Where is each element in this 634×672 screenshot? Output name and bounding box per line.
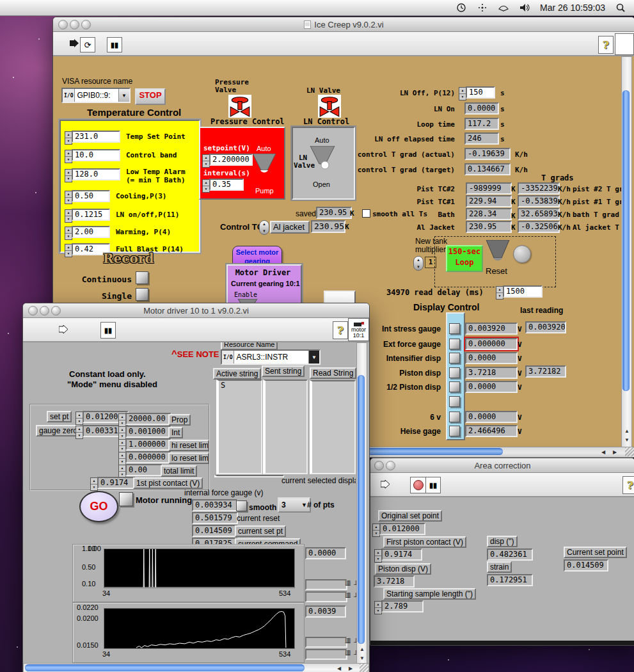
low-temp-alarm-field[interactable]: 128.0 <box>72 168 120 180</box>
current-selected-field[interactable] <box>214 475 284 477</box>
minimize-button[interactable] <box>70 20 79 29</box>
close-button[interactable] <box>58 20 68 29</box>
display-toggle[interactable] <box>449 323 460 334</box>
run-icon[interactable] <box>59 325 69 333</box>
scrollbar-thumb[interactable] <box>25 664 305 671</box>
minimize-button[interactable] <box>386 461 395 470</box>
go-button[interactable]: GO <box>79 491 118 522</box>
scroll-down-icon[interactable]: ▼ <box>624 436 630 444</box>
vi-icon[interactable]: motor10:1 <box>348 318 369 341</box>
loop-led[interactable] <box>513 245 531 263</box>
control-band-field[interactable]: 10.0 <box>72 149 120 161</box>
zoom-button[interactable] <box>81 20 91 29</box>
resize-grip[interactable] <box>360 664 369 672</box>
original-set-point-field[interactable]: 0.012000 <box>379 523 425 535</box>
scrollbar-thumb[interactable] <box>622 90 630 391</box>
graph1-palette-icon[interactable]: ▥ <box>345 579 351 586</box>
close-button[interactable] <box>374 461 384 470</box>
continuous-record-button[interactable] <box>136 271 148 284</box>
abort-button[interactable] <box>410 477 427 493</box>
scroll-down-icon[interactable]: ▼ <box>360 654 365 662</box>
pts-dropdown[interactable]: 3▼ <box>278 497 311 513</box>
reset-knob[interactable] <box>484 240 511 266</box>
ln-off-field[interactable]: 150 <box>466 86 495 99</box>
temp-set-point-field[interactable]: 231.0 <box>72 131 120 143</box>
display-toggle[interactable] <box>449 396 460 407</box>
sent-string-box[interactable] <box>263 380 308 474</box>
time-machine-icon[interactable] <box>456 3 467 13</box>
display-toggle[interactable] <box>449 381 460 392</box>
run-icon[interactable] <box>70 39 80 47</box>
help-button[interactable]: ? <box>333 321 348 339</box>
pause-button[interactable]: ▮▮ <box>425 477 441 493</box>
int-field[interactable]: 0.001000 <box>125 426 171 438</box>
display-toggle[interactable] <box>449 367 460 378</box>
pause-button[interactable]: ▮▮ <box>100 322 116 339</box>
graph2-palette-icon[interactable]: ▥ <box>345 649 351 656</box>
graph1-scale-field[interactable] <box>305 579 347 590</box>
area-title-bar[interactable]: Area correction <box>370 458 634 473</box>
lo-reset-field[interactable]: 0.000000 <box>125 451 171 463</box>
display-toggle[interactable] <box>449 353 460 364</box>
help-button[interactable]: ? <box>622 476 634 494</box>
motor-title-bar[interactable]: Motor driver 10 to 1 v9.0.2.vi <box>23 303 369 318</box>
warming-field[interactable]: 2.00 <box>72 226 110 238</box>
scroll-up-icon[interactable]: ▲ <box>360 645 365 653</box>
zoom-button[interactable] <box>51 306 61 316</box>
minimize-button[interactable] <box>40 306 49 316</box>
menu-clock[interactable]: Mar 26 10:59:03 <box>540 3 605 13</box>
pump-valve-knob[interactable] <box>251 154 277 177</box>
scroll-right-icon[interactable]: ▶ <box>613 448 617 456</box>
keyboard-access-icon[interactable] <box>477 3 488 13</box>
display-toggle[interactable] <box>449 412 460 422</box>
setpoint-field[interactable]: 2.200000 <box>209 154 253 166</box>
prop-field[interactable]: 20000.00 <box>125 413 171 425</box>
graph1-palette-icon[interactable]: ▥ <box>345 591 351 598</box>
pause-button[interactable]: ▮▮ <box>107 37 122 52</box>
visa-resource-combo[interactable]: I/O GPIB0::9: ▼ <box>61 88 131 103</box>
sample-length-field[interactable]: 2.789 <box>381 600 424 612</box>
scroll-up-icon[interactable]: ▲ <box>624 427 630 435</box>
help-button[interactable]: ? <box>598 36 614 54</box>
hi-reset-field[interactable]: 1.000000 <box>125 438 171 451</box>
graph2-scale-field[interactable] <box>305 649 347 660</box>
scroll-left-icon[interactable]: ◀ <box>601 448 605 456</box>
read-delay-field[interactable]: 1500 <box>503 285 543 298</box>
pressure-valve-icon[interactable] <box>228 95 251 118</box>
control-tc-stepper[interactable]: ▲▼ <box>259 220 269 235</box>
spotlight-icon[interactable] <box>615 3 626 13</box>
cooling-field[interactable]: 0.50 <box>72 190 110 202</box>
run-icon[interactable] <box>381 480 391 488</box>
display-toggle[interactable] <box>449 426 460 436</box>
graph2-scale-field[interactable] <box>305 637 347 648</box>
ln-onoff-field[interactable]: 0.1215 <box>72 209 110 221</box>
scrollbar-thumb[interactable] <box>358 375 365 644</box>
close-button[interactable] <box>28 306 38 316</box>
resize-grip[interactable] <box>625 447 634 456</box>
tank-multiplier-stepper[interactable]: ▲▼ <box>413 256 424 271</box>
smooth-toggle[interactable] <box>236 500 247 511</box>
run-continuously-button[interactable]: ⟳ <box>80 37 95 52</box>
read-string-box[interactable] <box>310 380 356 474</box>
scroll-left-icon[interactable]: ◀ <box>337 664 341 672</box>
interval-field[interactable]: 0.35 <box>209 179 244 191</box>
stop-button[interactable]: STOP <box>135 88 166 105</box>
graph2-palette-icon[interactable]: ▥ <box>345 637 351 644</box>
display-toggle[interactable] <box>449 339 460 349</box>
first-piston-contact-field[interactable]: 0.9174 <box>381 548 422 561</box>
single-record-button[interactable] <box>136 288 148 301</box>
volume-icon[interactable] <box>519 3 530 13</box>
first-contact-field[interactable]: 0.9174 <box>97 477 136 489</box>
ice-title-bar[interactable]: Ice Creep v9.0.2.vi <box>53 17 634 32</box>
active-string-box[interactable]: S <box>216 380 262 474</box>
wifi-icon[interactable] <box>498 3 509 13</box>
resource-combo[interactable]: I/O ASRL3::INSTR ▼ <box>221 349 321 365</box>
scroll-right-icon[interactable]: ▶ <box>349 664 353 672</box>
vi-icon[interactable] <box>615 33 634 55</box>
total-limit-field[interactable]: 0.00 <box>125 464 162 476</box>
motor-running-button[interactable] <box>119 492 133 506</box>
graph1-scale-field[interactable] <box>305 591 347 602</box>
motor-vertical-scrollbar[interactable]: ▲ ▼ <box>356 342 367 665</box>
ice-vertical-scrollbar[interactable]: ▲ ▼ <box>621 56 632 447</box>
motor-horizontal-scrollbar[interactable]: ◀ ▶ <box>23 663 369 672</box>
